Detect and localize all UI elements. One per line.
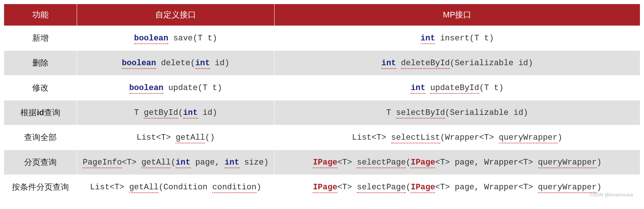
fn-cell: 分页查询	[4, 150, 77, 175]
custom-cell: boolean delete(int id)	[77, 51, 274, 76]
watermark: CSDN @kmaiAsuka	[590, 192, 633, 198]
table-row: 根据id查询 T getById(int id) T selectById(Se…	[4, 100, 640, 125]
mp-cell: List<T> selectList(Wrapper<T> queryWrapp…	[274, 125, 640, 150]
fn-cell: 修改	[4, 76, 77, 100]
fn-cell: 删除	[4, 51, 77, 76]
table-header-row: 功能 自定义接口 MP接口	[4, 4, 640, 26]
table-row: 新增 boolean save(T t) int insert(T t)	[4, 26, 640, 51]
header-mp: MP接口	[274, 4, 640, 26]
fn-cell: 根据id查询	[4, 100, 77, 125]
comparison-table: 功能 自定义接口 MP接口 新增 boolean save(T t) int i…	[4, 4, 640, 200]
table-row: 修改 boolean update(T t) int updateById(T …	[4, 76, 640, 100]
mp-cell: IPage<T> selectPage(IPage<T> page, Wrapp…	[274, 150, 640, 175]
mp-cell: T selectById(Serializable id)	[274, 100, 640, 125]
mp-cell: IPage<T> selectPage(IPage<T> page, Wrapp…	[274, 175, 640, 200]
custom-cell: List<T> getAll()	[77, 125, 274, 150]
fn-cell: 查询全部	[4, 125, 77, 150]
mp-cell: int updateById(T t)	[274, 76, 640, 100]
table-row: 查询全部 List<T> getAll() List<T> selectList…	[4, 125, 640, 150]
custom-cell: PageInfo<T> getAll(int page, int size)	[77, 150, 274, 175]
header-custom: 自定义接口	[77, 4, 274, 26]
table-row: 分页查询 PageInfo<T> getAll(int page, int si…	[4, 150, 640, 175]
custom-cell: T getById(int id)	[77, 100, 274, 125]
fn-cell: 按条件分页查询	[4, 175, 77, 200]
mp-cell: int deleteById(Serializable id)	[274, 51, 640, 76]
table-row: 按条件分页查询 List<T> getAll(Condition conditi…	[4, 175, 640, 200]
custom-cell: boolean save(T t)	[77, 26, 274, 51]
mp-cell: int insert(T t)	[274, 26, 640, 51]
table-row: 删除 boolean delete(int id) int deleteById…	[4, 51, 640, 76]
custom-cell: List<T> getAll(Condition condition)	[77, 175, 274, 200]
header-function: 功能	[4, 4, 77, 26]
custom-cell: boolean update(T t)	[77, 76, 274, 100]
fn-cell: 新增	[4, 26, 77, 51]
